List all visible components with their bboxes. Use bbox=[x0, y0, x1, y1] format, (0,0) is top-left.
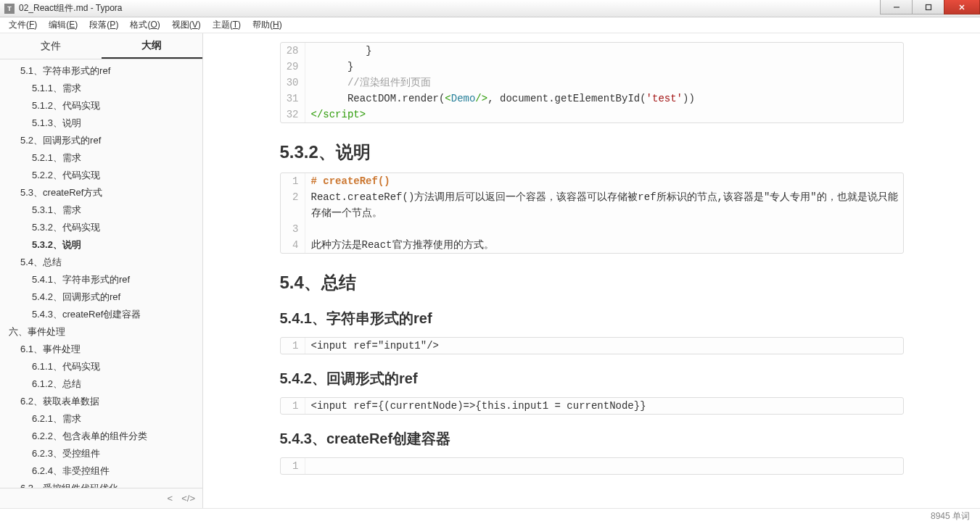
line-number: 3 bbox=[281, 221, 305, 237]
outline-item[interactable]: 5.3.1、需求 bbox=[0, 201, 202, 219]
maximize-button[interactable] bbox=[912, 0, 944, 14]
sidebar: 文件 大纲 5.1、字符串形式的ref5.1.1、需求5.1.2、代码实现5.1… bbox=[0, 33, 203, 508]
code-line-text[interactable]: <input ref={(currentNode)=>{this.input1 … bbox=[305, 398, 903, 414]
editor-content[interactable]: 28 }29 }30 //渲染组件到页面31 ReactDOM.render(<… bbox=[203, 33, 980, 508]
code-block-5[interactable]: 1 bbox=[280, 457, 904, 475]
window-title: 02_React组件.md - Typora bbox=[19, 2, 123, 14]
outline-item[interactable]: 5.3、createRef方式 bbox=[0, 184, 202, 201]
code-line-text[interactable] bbox=[305, 221, 903, 237]
menu-h[interactable]: 帮助(H) bbox=[247, 17, 288, 33]
menu-p[interactable]: 段落(P) bbox=[83, 17, 124, 33]
line-number: 28 bbox=[281, 43, 305, 59]
code-line-text[interactable]: } bbox=[305, 59, 903, 75]
code-block-2[interactable]: 1# createRef()2React.createRef()方法调用后可以返… bbox=[280, 172, 904, 254]
menu-v[interactable]: 视图(V) bbox=[166, 17, 207, 33]
tab-files[interactable]: 文件 bbox=[0, 33, 102, 59]
line-number: 1 bbox=[281, 458, 305, 474]
outline-item[interactable]: 6.2.2、包含表单的组件分类 bbox=[0, 428, 202, 445]
svg-rect-1 bbox=[926, 4, 931, 9]
outline-item[interactable]: 5.1、字符串形式的ref bbox=[0, 62, 202, 80]
heading-5-4[interactable]: 5.4、总结 bbox=[280, 271, 904, 294]
outline-item[interactable]: 5.2、回调形式的ref bbox=[0, 132, 202, 149]
menu-f[interactable]: 文件(F) bbox=[3, 17, 43, 33]
outline-item[interactable]: 5.3.2、代码实现 bbox=[0, 219, 202, 236]
outline-item[interactable]: 5.1.2、代码实现 bbox=[0, 97, 202, 115]
heading-5-4-2[interactable]: 5.4.2、回调形式的ref bbox=[280, 369, 904, 388]
code-block-3[interactable]: 1<input ref="input1"/> bbox=[280, 337, 904, 354]
outline-item[interactable]: 5.1.1、需求 bbox=[0, 80, 202, 97]
code-line-text[interactable]: //渲染组件到页面 bbox=[305, 75, 903, 91]
code-block-4[interactable]: 1<input ref={(currentNode)=>{this.input1… bbox=[280, 397, 904, 415]
code-line-text[interactable]: <input ref="input1"/> bbox=[305, 338, 903, 354]
line-number: 30 bbox=[281, 75, 305, 91]
tab-outline[interactable]: 大纲 bbox=[102, 33, 203, 59]
outline-item[interactable]: 5.1.3、说明 bbox=[0, 115, 202, 132]
app-icon: T bbox=[4, 4, 15, 14]
line-number: 1 bbox=[281, 173, 305, 189]
outline-item[interactable]: 6.2.4、非受控组件 bbox=[0, 462, 202, 480]
code-line-text[interactable]: React.createRef()方法调用后可以返回一个容器，该容器可以存储被r… bbox=[305, 189, 903, 221]
minimize-button[interactable] bbox=[880, 0, 913, 14]
outline-item[interactable]: 5.4.3、createRef创建容器 bbox=[0, 306, 202, 323]
outline-item[interactable]: 6.3、受控组件代码优化 bbox=[0, 480, 202, 488]
window-controls bbox=[881, 0, 980, 14]
menu-o[interactable]: 格式(O) bbox=[124, 17, 165, 33]
outline-item[interactable]: 5.2.1、需求 bbox=[0, 149, 202, 167]
heading-5-4-3[interactable]: 5.4.3、createRef创建容器 bbox=[280, 429, 904, 449]
outline-item[interactable]: 6.1.1、代码实现 bbox=[0, 358, 202, 375]
outline-item[interactable]: 6.2.3、受控组件 bbox=[0, 445, 202, 462]
code-line-text[interactable]: } bbox=[305, 43, 903, 59]
outline-item[interactable]: 5.4、总结 bbox=[0, 254, 202, 271]
heading-5-4-1[interactable]: 5.4.1、字符串形式的ref bbox=[280, 309, 904, 328]
outline-tree[interactable]: 5.1、字符串形式的ref5.1.1、需求5.1.2、代码实现5.1.3、说明5… bbox=[0, 59, 202, 488]
outline-item[interactable]: 5.4.1、字符串形式的ref bbox=[0, 271, 202, 288]
code-line-text[interactable]: ReactDOM.render(<Demo/>, document.getEle… bbox=[305, 91, 903, 107]
close-button[interactable] bbox=[944, 0, 980, 14]
outline-item[interactable]: 5.4.2、回调形式的ref bbox=[0, 288, 202, 306]
code-block-1[interactable]: 28 }29 }30 //渲染组件到页面31 ReactDOM.render(<… bbox=[280, 42, 904, 123]
code-line-text[interactable] bbox=[305, 458, 903, 474]
heading-5-3-2[interactable]: 5.3.2、说明 bbox=[280, 141, 904, 164]
collapse-sidebar-icon[interactable]: < bbox=[168, 493, 173, 504]
menu-e[interactable]: 编辑(E) bbox=[43, 17, 83, 33]
line-number: 32 bbox=[281, 107, 305, 122]
outline-item[interactable]: 6.2、获取表单数据 bbox=[0, 393, 202, 410]
outline-item[interactable]: 5.2.2、代码实现 bbox=[0, 167, 202, 184]
source-mode-icon[interactable]: </> bbox=[181, 493, 195, 504]
outline-item[interactable]: 5.3.2、说明 bbox=[0, 236, 202, 254]
menu-t[interactable]: 主题(T) bbox=[207, 17, 247, 33]
menu-bar: 文件(F)编辑(E)段落(P)格式(O)视图(V)主题(T)帮助(H) bbox=[0, 17, 980, 33]
window-titlebar: T 02_React组件.md - Typora bbox=[0, 0, 980, 17]
outline-item[interactable]: 6.1.2、总结 bbox=[0, 375, 202, 393]
code-line-text[interactable]: </script> bbox=[305, 107, 903, 122]
line-number: 1 bbox=[281, 338, 305, 354]
sidebar-footer: < </> bbox=[0, 488, 202, 508]
line-number: 1 bbox=[281, 398, 305, 414]
sidebar-tabs: 文件 大纲 bbox=[0, 33, 202, 59]
code-line-text[interactable]: # createRef() bbox=[305, 173, 903, 189]
outline-item[interactable]: 六、事件处理 bbox=[0, 323, 202, 341]
code-line-text[interactable]: 此种方法是React官方推荐使用的方式。 bbox=[305, 237, 903, 253]
line-number: 2 bbox=[281, 189, 305, 221]
line-number: 31 bbox=[281, 91, 305, 107]
outline-item[interactable]: 6.1、事件处理 bbox=[0, 341, 202, 358]
line-number: 29 bbox=[281, 59, 305, 75]
outline-item[interactable]: 6.2.1、需求 bbox=[0, 410, 202, 428]
line-number: 4 bbox=[281, 237, 305, 253]
